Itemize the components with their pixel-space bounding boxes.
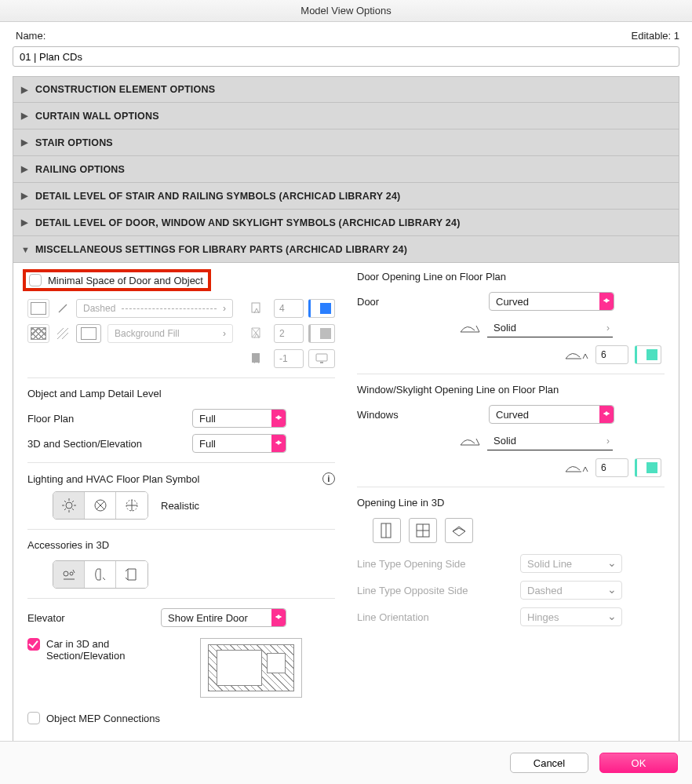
- svg-line-15: [72, 501, 74, 502]
- accessories-mode-2[interactable]: [85, 561, 116, 588]
- svg-rect-5: [252, 353, 260, 363]
- section-label: DETAIL LEVEL OF DOOR, WINDOW AND SKYLIGH…: [35, 217, 461, 228]
- chevron-right-icon: ›: [606, 323, 610, 334]
- mep-connections-checkbox[interactable]: [27, 712, 40, 724]
- lighting-hvac-title: Lighting and HVAC Floor Plan Symbol: [27, 473, 199, 485]
- door-pen-input[interactable]: [595, 345, 628, 364]
- section-stair-options[interactable]: ▶ STAIR OPTIONS: [13, 129, 679, 156]
- line-type-opening-side-select: Solid Line: [520, 554, 622, 573]
- svg-point-24: [70, 572, 73, 575]
- section-label: MISCELLANEOUS SETTINGS FOR LIBRARY PARTS…: [35, 244, 407, 255]
- chevron-right-icon: ▶: [21, 217, 32, 228]
- pen-color-grey[interactable]: [308, 324, 335, 343]
- opening-3d-window-icon[interactable]: [409, 518, 437, 543]
- section-construction-element-options[interactable]: ▶ CONSTRUCTION ELEMENT OPTIONS: [13, 76, 679, 103]
- svg-rect-1: [252, 303, 260, 312]
- pen-number-input-1[interactable]: [274, 299, 304, 318]
- line-type-dashed-select[interactable]: Dashed ›: [76, 299, 233, 318]
- opening-3d-skylight-icon[interactable]: [445, 518, 473, 543]
- section-misc-library-parts[interactable]: ▼ MISCELLANEOUS SETTINGS FOR LIBRARY PAR…: [13, 236, 679, 263]
- name-input[interactable]: [13, 46, 679, 67]
- section-elevation-label: 3D and Section/Elevation: [27, 438, 192, 450]
- dialog-footer: Cancel OK: [0, 741, 692, 784]
- accessories-3d-title: Accessories in 3D: [27, 539, 335, 551]
- accessories-mode-1[interactable]: [53, 561, 85, 588]
- elevator-select[interactable]: Show Entire Door: [161, 608, 286, 627]
- section-elevation-select[interactable]: Full: [192, 434, 286, 453]
- object-lamp-detail-title: Object and Lamp Detail Level: [27, 388, 335, 399]
- window-pen-color[interactable]: [635, 458, 661, 477]
- car-in-3d-label: Car in 3D and Section/Elevation: [46, 638, 180, 662]
- hatch-icon: [56, 324, 70, 343]
- select-value: Full: [199, 413, 216, 425]
- window-curve-select[interactable]: Curved: [489, 405, 614, 424]
- elevator-label: Elevator: [27, 612, 161, 624]
- opening-3d-door-icon[interactable]: [373, 518, 401, 543]
- arc-linetype-icon: [459, 434, 481, 448]
- chevron-right-icon: ▶: [21, 164, 32, 174]
- windows-label: Windows: [357, 409, 483, 421]
- opening-3d-title: Opening Line in 3D: [357, 497, 665, 509]
- arc-linetype-icon: [459, 321, 481, 335]
- section-label: CONSTRUCTION ELEMENT OPTIONS: [35, 84, 215, 95]
- svg-line-13: [64, 501, 66, 502]
- select-value: Hinges: [527, 611, 559, 623]
- monitor-icon[interactable]: [308, 349, 335, 368]
- window-pen-input[interactable]: [595, 458, 628, 477]
- line-orientation-select: Hinges: [520, 607, 622, 626]
- pen-hatch-icon: [249, 324, 268, 343]
- car-in-3d-checkbox[interactable]: [27, 638, 40, 651]
- door-label: Door: [357, 296, 483, 308]
- window-opening-title: Window/Skylight Opening Line on Floor Pl…: [357, 384, 665, 396]
- mep-connections-label: Object MEP Connections: [46, 713, 160, 724]
- lighting-mode-label: Realistic: [161, 500, 199, 512]
- ok-button[interactable]: OK: [599, 753, 678, 773]
- pen-number-input-3[interactable]: [274, 349, 304, 368]
- door-linetype-select[interactable]: Solid ›: [487, 319, 613, 337]
- pen-solid-icon: [249, 349, 268, 368]
- floor-plan-select[interactable]: Full: [192, 409, 286, 428]
- lighting-mode-ceiling[interactable]: [116, 492, 148, 519]
- chevron-right-icon: ▶: [21, 191, 32, 201]
- svg-rect-6: [316, 354, 327, 361]
- pen-fill-icon: [249, 299, 268, 318]
- info-icon[interactable]: i: [322, 472, 335, 485]
- highlighted-option: Minimal Space of Door and Object: [23, 269, 211, 291]
- lighting-mode-electrical[interactable]: [85, 492, 116, 519]
- line-type-opposite-side-label: Line Type Opposite Side: [357, 585, 514, 596]
- accessories-mode-3[interactable]: [116, 561, 148, 588]
- section-stair-railing-symbols[interactable]: ▶ DETAIL LEVEL OF STAIR AND RAILING SYMB…: [13, 183, 679, 210]
- window-linetype-select[interactable]: Solid ›: [487, 432, 613, 450]
- window-title: Model View Options: [0, 0, 692, 22]
- svg-point-23: [64, 571, 68, 576]
- door-pen-color[interactable]: [635, 345, 661, 364]
- pen-number-input-2[interactable]: [274, 324, 304, 343]
- section-door-window-skylight-symbols[interactable]: ▶ DETAIL LEVEL OF DOOR, WINDOW AND SKYLI…: [13, 210, 679, 236]
- lighting-mode-realistic[interactable]: [53, 492, 85, 519]
- select-value: Curved: [496, 296, 529, 308]
- minimal-space-label: Minimal Space of Door and Object: [48, 275, 203, 286]
- hatch-swatch-icon[interactable]: [27, 324, 49, 343]
- accessories-toggle: [53, 560, 148, 589]
- cancel-button[interactable]: Cancel: [510, 753, 588, 773]
- chevron-right-icon: ›: [223, 303, 226, 314]
- minimal-space-checkbox[interactable]: [29, 274, 42, 286]
- select-value: Curved: [496, 409, 529, 421]
- door-curve-select[interactable]: Curved: [489, 292, 614, 311]
- select-value: Full: [199, 438, 216, 450]
- floor-plan-label: Floor Plan: [27, 413, 192, 425]
- chevron-down-icon: ▼: [21, 245, 32, 254]
- fill-color-swatch[interactable]: [76, 324, 101, 343]
- lighting-mode-toggle: [53, 491, 148, 520]
- background-fill-select[interactable]: Background Fill ›: [107, 324, 233, 343]
- chevron-right-icon: ▶: [21, 111, 32, 121]
- chevron-right-icon: ▶: [21, 85, 32, 95]
- section-curtain-wall-options[interactable]: ▶ CURTAIN WALL OPTIONS: [13, 103, 679, 129]
- section-label: CURTAIN WALL OPTIONS: [35, 111, 159, 122]
- fill-swatch-icon[interactable]: [27, 299, 49, 318]
- name-label: Name:: [16, 30, 46, 42]
- pen-color-blue[interactable]: [308, 299, 335, 318]
- chevron-right-icon: ›: [223, 328, 226, 339]
- svg-point-8: [66, 502, 72, 509]
- section-railing-options[interactable]: ▶ RAILING OPTIONS: [13, 156, 679, 183]
